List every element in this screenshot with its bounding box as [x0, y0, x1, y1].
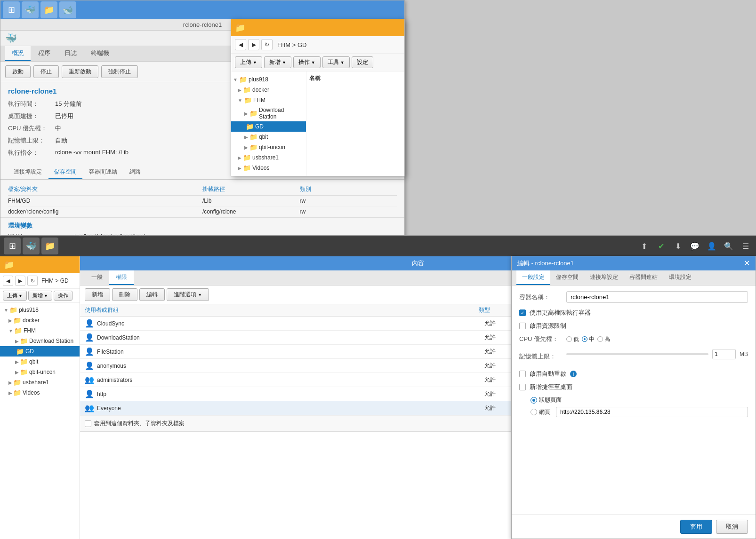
sidebar-item-usbshare1[interactable]: ▶ 📁 usbshare1 — [0, 377, 80, 388]
settings-button[interactable]: 設定 — [352, 56, 373, 68]
new-button[interactable]: 新增 ▼ — [28, 291, 52, 301]
folder-icon[interactable]: 📁 — [41, 238, 58, 254]
action-button[interactable]: 操作 — [54, 291, 72, 301]
restart-button[interactable]: 重新啟動 — [62, 65, 98, 78]
tree-item-gd[interactable]: 📁 GD — [231, 121, 306, 132]
tab-general[interactable]: 一般 — [85, 270, 109, 285]
add-button[interactable]: 新增 — [85, 288, 110, 301]
forward-button[interactable]: ▶ — [248, 39, 259, 50]
cancel-button[interactable]: 取消 — [716, 520, 748, 534]
sidebar-item-gd[interactable]: 📁 GD — [0, 346, 80, 357]
sidebar-item-plus918[interactable]: ▼ 📁 plus918 — [0, 305, 80, 315]
back-button[interactable]: ◀ — [3, 276, 13, 286]
app-sidebar: 📁 ◀ ▶ ↻ FHM > GD 上傳 ▼ 新增 ▼ 操作 — [0, 256, 80, 539]
sidebar-item-fhm[interactable]: ▼ 📁 FHM — [0, 325, 80, 336]
folder-icon: 📁 — [249, 110, 257, 117]
sidebar-item-videos[interactable]: ▶ 📁 Videos — [0, 388, 80, 398]
sidebar-tree: ▼ 📁 plus918 ▶ 📁 docker ▼ 📁 FHM — [0, 303, 80, 539]
chat-icon[interactable]: 💬 — [688, 239, 701, 253]
download-icon[interactable]: ⬇ — [671, 239, 684, 253]
new-button[interactable]: 新增 ▼ — [264, 56, 291, 68]
enable-resource-row[interactable]: 啟用資源限制 — [519, 322, 748, 330]
sidebar-item-downloadstation[interactable]: ▶ 📁 Download Station — [0, 336, 80, 346]
advanced-button[interactable]: 進階選項 ▼ — [167, 288, 209, 301]
user-icon: 👤 — [85, 361, 94, 370]
url-input[interactable] — [556, 407, 748, 417]
auto-restart-row[interactable]: 啟用自動重啟 i — [519, 370, 748, 378]
subtab-storage[interactable]: 儲存空間 — [48, 166, 82, 179]
grid-icon[interactable]: ⊞ — [4, 238, 21, 254]
close-button[interactable]: ✕ — [744, 260, 750, 267]
upload-icon[interactable]: ⬆ — [637, 239, 651, 253]
dialog-tab-env[interactable]: 環境設定 — [663, 270, 697, 285]
tab-terminal[interactable]: 終端機 — [84, 46, 116, 61]
tree-item-qbit-uncon[interactable]: ▶ 📁 qbit-uncon — [231, 142, 306, 152]
search-icon[interactable]: 🔍 — [722, 239, 735, 253]
shortcut-row[interactable]: 新增捷徑至桌面 — [519, 383, 748, 391]
memory-value-input[interactable] — [712, 349, 736, 359]
stop-button[interactable]: 停止 — [33, 65, 59, 78]
apply-button[interactable]: 套用 — [680, 520, 712, 534]
tree-item-fhm[interactable]: ▼ 📁 FHM — [231, 95, 306, 105]
refresh-button[interactable]: ↻ — [27, 276, 38, 286]
check-icon[interactable]: ✔ — [654, 239, 668, 253]
menu-icon[interactable]: ☰ — [739, 239, 752, 253]
whale-taskbar-icon[interactable]: 🐳 — [22, 1, 39, 18]
checkbox[interactable] — [85, 420, 91, 427]
tab-process[interactable]: 程序 — [32, 46, 57, 61]
whale2-taskbar-icon[interactable]: 🐋 — [59, 1, 76, 18]
tab-overview[interactable]: 概況 — [5, 46, 31, 61]
memory-control: MB — [566, 349, 748, 359]
cpu-mid-option[interactable]: 中 — [582, 335, 595, 343]
resource-checkbox[interactable] — [519, 323, 526, 329]
tab-permissions[interactable]: 權限 — [109, 270, 134, 285]
sidebar-item-docker[interactable]: ▶ 📁 docker — [0, 315, 80, 325]
sidebar-item-qbit-uncon[interactable]: ▶ 📁 qbit-uncon — [0, 367, 80, 377]
upload-button[interactable]: 上傳 ▼ — [3, 291, 27, 301]
cpu-low-option[interactable]: 低 — [566, 335, 579, 343]
memory-slider[interactable] — [566, 353, 708, 355]
grid-taskbar-icon[interactable]: ⊞ — [3, 1, 20, 18]
edit-button[interactable]: 編輯 — [139, 288, 165, 301]
subtab-network[interactable]: 網路 — [124, 166, 146, 179]
dialog-tab-general[interactable]: 一般設定 — [516, 270, 550, 285]
use-privilege-row[interactable]: ✓ 使用更高權限執行容器 — [519, 309, 748, 317]
subtab-port[interactable]: 連接埠設定 — [8, 166, 48, 179]
dialog-tab-container-link[interactable]: 容器間連結 — [624, 270, 663, 285]
tree-item-plus918[interactable]: ▼ 📁 plus918 — [231, 74, 306, 85]
tree-item-qbit[interactable]: ▶ 📁 qbit — [231, 132, 306, 142]
folder-taskbar-icon[interactable]: 📁 — [40, 1, 57, 18]
tool-button[interactable]: 工具 ▼ — [322, 56, 350, 68]
tree-item-docker[interactable]: ▶ 📁 docker — [231, 85, 306, 95]
delete-button[interactable]: 刪除 — [112, 288, 137, 301]
auto-restart-checkbox[interactable] — [519, 371, 526, 377]
cpu-high-option[interactable]: 高 — [597, 335, 610, 343]
dialog-tab-storage[interactable]: 儲存空間 — [550, 270, 584, 285]
action-button[interactable]: 操作 ▼ — [293, 56, 321, 68]
whale-icon[interactable]: 🐳 — [23, 238, 40, 254]
start-button[interactable]: 啟動 — [5, 65, 31, 78]
radio-status[interactable]: 狀態頁面 — [531, 396, 748, 404]
tree-item-usbshare1[interactable]: ▶ 📁 usbshare1 — [231, 152, 306, 163]
upload-button[interactable]: 上傳 ▼ — [235, 56, 262, 68]
subtab-link[interactable]: 容器間連結 — [83, 166, 123, 179]
tree-item-downloadstation[interactable]: ▶ 📁 Download Station — [231, 105, 306, 121]
person-icon[interactable]: 👤 — [705, 239, 718, 253]
folder-icon: 📁 — [20, 337, 28, 345]
tree-item-videos[interactable]: ▶ 📁 Videos — [231, 163, 306, 173]
radio-web[interactable]: 網頁 — [531, 407, 748, 417]
folder-icon: 📁 — [20, 368, 28, 376]
privilege-checkbox[interactable]: ✓ — [519, 309, 526, 316]
sidebar-item-qbit[interactable]: ▶ 📁 qbit — [0, 357, 80, 367]
tab-log[interactable]: 日誌 — [58, 46, 83, 61]
container-name-input[interactable] — [566, 291, 748, 303]
back-button[interactable]: ◀ — [235, 39, 246, 50]
bottom-taskbar: ⊞ 🐳 📁 ⬆ ✔ ⬇ 💬 👤 🔍 ☰ — [0, 236, 756, 256]
info-icon[interactable]: i — [570, 371, 577, 377]
refresh-button[interactable]: ↻ — [261, 39, 273, 50]
dialog-tab-port[interactable]: 連接埠設定 — [584, 270, 624, 285]
forward-button[interactable]: ▶ — [15, 276, 25, 286]
force-stop-button[interactable]: 強制停止 — [101, 65, 138, 78]
shortcut-checkbox[interactable] — [519, 384, 526, 390]
user-icon: 👤 — [85, 347, 94, 356]
